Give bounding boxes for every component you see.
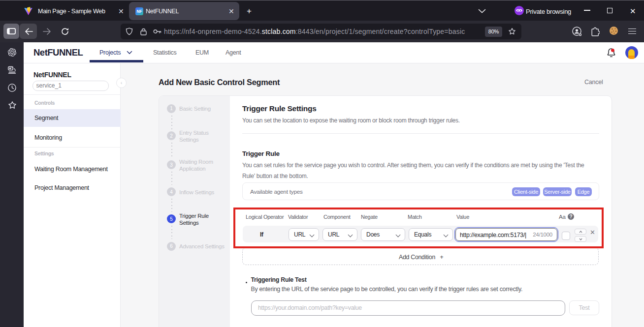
svg-text:NF: NF bbox=[137, 9, 142, 14]
